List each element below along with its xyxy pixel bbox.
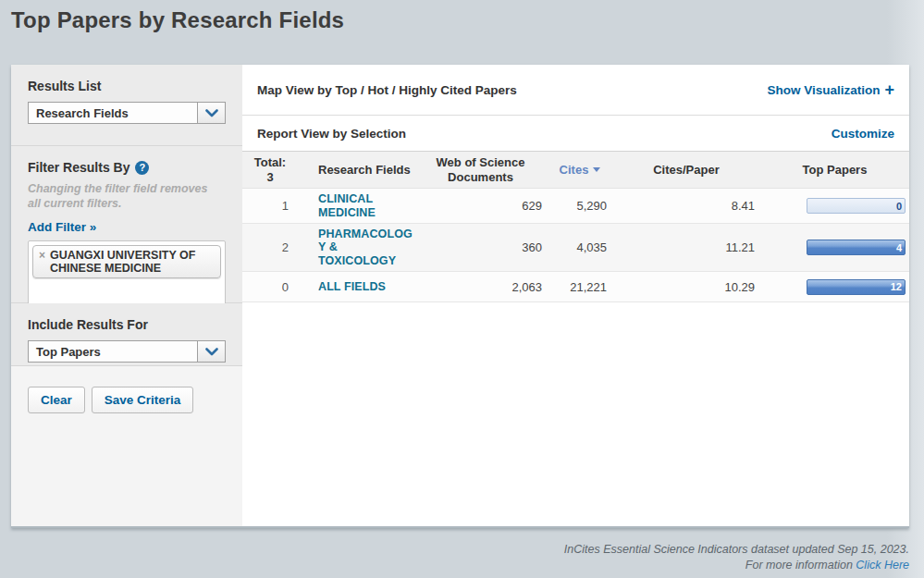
wos-documents-cell: 2,063 [413, 272, 548, 301]
rank-cell: 0 [242, 272, 298, 301]
include-results-dropdown-value: Top Papers [29, 341, 197, 362]
cites-per-paper-cell: 8.41 [612, 189, 760, 223]
cites-per-paper-cell: 10.29 [612, 272, 760, 301]
header-cites-label: Cites [560, 163, 589, 178]
header-top-papers[interactable]: Top Papers [760, 152, 909, 188]
include-results-dropdown[interactable]: Top Papers [28, 340, 226, 363]
results-table: Total: 3 Research Fields Web of Science … [242, 151, 909, 302]
remove-filter-icon[interactable]: × [39, 249, 45, 262]
page-title: Top Papers by Research Fields [0, 0, 924, 41]
dataset-updated-text: InCites Essential Science Indicators dat… [564, 542, 909, 558]
filter-section: Filter Results By ? Changing the filter … [11, 146, 242, 303]
include-results-section: Include Results For Top Papers [11, 303, 242, 366]
header-cites-sorted[interactable]: Cites [548, 152, 612, 188]
sort-descending-icon [593, 167, 600, 172]
filter-note: Changing the filter field removes all cu… [28, 181, 217, 212]
plus-icon: + [884, 80, 894, 99]
header-research-fields[interactable]: Research Fields [298, 152, 413, 188]
header-wos-documents[interactable]: Web of Science Documents [413, 152, 548, 188]
filter-box: × GUANGXI UNIVERSITY OF CHINESE MEDICINE [28, 240, 226, 305]
report-area: Map View by Top / Hot / Highly Cited Pap… [242, 65, 909, 526]
header-cites-paper[interactable]: Cites/Paper [612, 152, 760, 188]
save-criteria-button[interactable]: Save Criteria [92, 387, 194, 413]
table-row: 2 PHARMACOLOG Y & TOXICOLOGY 360 4,035 1… [242, 224, 909, 272]
include-results-label: Include Results For [28, 317, 226, 332]
results-list-section: Results List Research Fields [11, 65, 242, 146]
cites-cell: 21,221 [548, 272, 612, 301]
chevron-down-icon[interactable] [197, 103, 225, 123]
results-list-label: Results List [28, 79, 226, 93]
wos-documents-cell: 360 [413, 224, 548, 271]
map-view-bar: Map View by Top / Hot / Highly Cited Pap… [242, 65, 909, 116]
chevron-down-icon[interactable] [197, 341, 225, 362]
dataset-footnote: InCites Essential Science Indicators dat… [564, 542, 909, 573]
filter-results-by-label: Filter Results By [28, 160, 129, 175]
table-header-row: Total: 3 Research Fields Web of Science … [242, 151, 909, 189]
research-field-link[interactable]: PHARMACOLOG Y & TOXICOLOGY [318, 228, 413, 267]
table-row: 1 CLINICAL MEDICINE 629 5,290 8.41 0 [242, 189, 909, 224]
top-papers-bar: 4 [807, 240, 906, 255]
filter-tag-label: GUANGXI UNIVERSITY OF CHINESE MEDICINE [50, 249, 214, 276]
cites-cell: 4,035 [548, 224, 612, 271]
top-papers-bar: 12 [807, 279, 906, 295]
sidebar: Results List Research Fields Filter Resu… [11, 65, 242, 526]
app-panel: Results List Research Fields Filter Resu… [11, 65, 909, 528]
rank-cell: 2 [242, 224, 298, 271]
research-field-link[interactable]: CLINICAL MEDICINE [318, 192, 376, 219]
help-icon[interactable]: ? [135, 161, 149, 175]
wos-documents-cell: 629 [413, 189, 548, 223]
table-row: 0 ALL FIELDS 2,063 21,221 10.29 12 [242, 272, 909, 302]
clear-button[interactable]: Clear [28, 387, 85, 413]
show-visualization-label: Show Visualization [767, 83, 880, 97]
sidebar-actions: Clear Save Criteria [11, 366, 242, 526]
top-papers-bar: 0 [807, 198, 906, 214]
results-list-dropdown-value: Research Fields [29, 103, 197, 123]
results-list-dropdown[interactable]: Research Fields [28, 102, 226, 124]
customize-link[interactable]: Customize [832, 127, 894, 141]
show-visualization-link[interactable]: Show Visualization+ [767, 80, 894, 100]
research-field-link[interactable]: ALL FIELDS [318, 280, 386, 293]
map-view-title: Map View by Top / Hot / Highly Cited Pap… [257, 83, 517, 97]
cites-cell: 5,290 [548, 189, 612, 223]
header-total: Total: 3 [242, 152, 298, 188]
filter-tag[interactable]: × GUANGXI UNIVERSITY OF CHINESE MEDICINE [32, 245, 221, 279]
report-view-bar: Report View by Selection Customize [242, 116, 909, 151]
more-information-text: For more information [745, 559, 856, 572]
cites-per-paper-cell: 11.21 [612, 224, 760, 271]
report-view-title: Report View by Selection [257, 127, 406, 141]
add-filter-link[interactable]: Add Filter » [28, 220, 96, 234]
rank-cell: 1 [242, 189, 298, 223]
click-here-link[interactable]: Click Here [856, 559, 909, 572]
